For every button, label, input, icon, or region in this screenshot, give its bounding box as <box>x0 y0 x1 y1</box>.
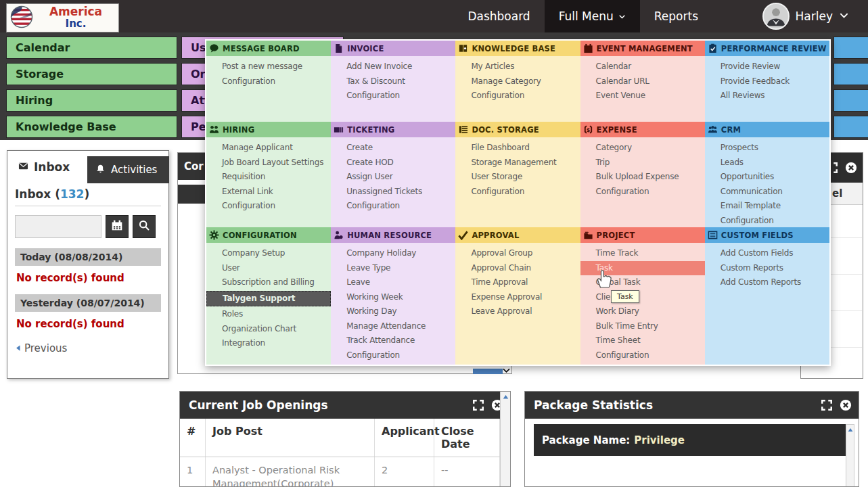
menu-item-approval-group[interactable]: Approval Group <box>455 246 580 261</box>
nav-item-full-menu[interactable]: Full Menu <box>545 0 640 32</box>
menu-item-calendar-url[interactable]: Calendar URL <box>580 74 705 89</box>
menu-item-user[interactable]: User <box>206 261 331 276</box>
menu-item-approval-chain[interactable]: Approval Chain <box>455 261 580 276</box>
package-scrollbar[interactable] <box>846 424 854 487</box>
menu-item-file-dashboard[interactable]: File Dashboard <box>455 141 580 156</box>
menu-item-working-week[interactable]: Working Week <box>331 290 455 305</box>
menu-item-work-diary[interactable]: Work Diary <box>580 304 705 319</box>
menu-item-create[interactable]: Create <box>331 141 455 156</box>
menu-item-leave-approval[interactable]: Leave Approval <box>455 304 580 319</box>
launch-button-blue-3[interactable] <box>833 116 868 138</box>
launch-button-hiring[interactable]: Hiring <box>6 89 177 112</box>
menu-item-time-sheet[interactable]: Time Sheet <box>580 333 705 348</box>
menu-item-track-attendance[interactable]: Track Attendance <box>331 333 455 348</box>
menu-item-user-storage[interactable]: User Storage <box>455 170 580 185</box>
menu-item-company-setup[interactable]: Company Setup <box>206 246 331 261</box>
menu-item-custom-reports[interactable]: Custom Reports <box>705 261 829 276</box>
close-icon[interactable] <box>844 160 859 175</box>
menu-item-subscription-and-billing[interactable]: Subscription and Billing <box>206 275 331 290</box>
globe-logo-icon <box>10 5 33 31</box>
menu-item-configuration[interactable]: Configuration <box>580 348 705 363</box>
menu-item-my-articles[interactable]: My Articles <box>455 60 580 74</box>
menu-item-leave-type[interactable]: Leave Type <box>331 261 455 276</box>
menu-item-trip[interactable]: Trip <box>580 156 705 170</box>
menu-item-provide-feedback[interactable]: Provide Feedback <box>705 74 829 89</box>
menu-item-job-board-layout-settings[interactable]: Job Board Layout Settings <box>206 156 331 170</box>
menu-item-communication[interactable]: Communication <box>705 185 829 200</box>
menu-item-provide-review[interactable]: Provide Review <box>705 60 829 74</box>
menu-item-bulk-time-entry[interactable]: Bulk Time Entry <box>580 319 705 334</box>
menu-item-post-a-new-message[interactable]: Post a new message <box>206 60 331 74</box>
menu-section-header: APPROVAL <box>455 227 580 243</box>
menu-item-global-task[interactable]: Global Task <box>580 275 705 290</box>
menu-item-roles[interactable]: Roles <box>206 307 331 322</box>
menu-item-time-track[interactable]: Time Track <box>580 246 705 261</box>
menu-item-leave[interactable]: Leave <box>331 275 455 290</box>
menu-item-configuration[interactable]: Configuration <box>206 74 331 89</box>
company-logo[interactable]: America Inc. <box>6 3 119 32</box>
expand-icon[interactable] <box>471 398 486 413</box>
menu-section-header: PROJECT <box>580 227 705 243</box>
launch-button-blue-2[interactable] <box>833 89 868 112</box>
chevron-down-icon[interactable] <box>502 365 511 377</box>
nav-item-reports[interactable]: Reports <box>640 0 712 32</box>
horizontal-scroll-thumb[interactable] <box>473 369 503 374</box>
nav-item-dashboard[interactable]: Dashboard <box>453 0 544 32</box>
menu-item-prospects[interactable]: Prospects <box>705 141 829 156</box>
search-button[interactable] <box>133 215 156 238</box>
menu-item-storage-management[interactable]: Storage Management <box>455 156 580 170</box>
menu-item-clients[interactable]: Clients <box>580 290 705 305</box>
menu-item-configuration[interactable]: Configuration <box>455 89 580 103</box>
launch-button-blue-0[interactable] <box>833 37 868 59</box>
menu-item-configuration[interactable]: Configuration <box>705 214 829 228</box>
menu-item-expense-approval[interactable]: Expense Approval <box>455 290 580 305</box>
menu-item-manage-attendance[interactable]: Manage Attendance <box>331 319 455 334</box>
launch-button-storage[interactable]: Storage <box>6 63 177 85</box>
menu-item-configuration[interactable]: Configuration <box>331 199 455 214</box>
launch-button-knowledge-base[interactable]: Knowledge Base <box>6 116 177 138</box>
menu-item-configuration[interactable]: Configuration <box>331 89 455 103</box>
menu-item-category[interactable]: Category <box>580 141 705 156</box>
launch-button-blue-1[interactable] <box>833 63 868 85</box>
menu-item-tax-discount[interactable]: Tax & Discount <box>331 74 455 89</box>
menu-item-calendar[interactable]: Calendar <box>580 60 705 74</box>
inbox-search-input[interactable] <box>15 215 101 238</box>
menu-item-time-approval[interactable]: Time Approval <box>455 275 580 290</box>
menu-item-organization-chart[interactable]: Organization Chart <box>206 322 331 337</box>
menu-item-company-holiday[interactable]: Company Holiday <box>331 246 455 261</box>
menu-item-requisition[interactable]: Requisition <box>206 170 331 185</box>
launch-button-calendar[interactable]: Calendar <box>6 37 177 59</box>
menu-item-configuration[interactable]: Configuration <box>206 199 331 214</box>
menu-item-configuration[interactable]: Configuration <box>331 348 455 363</box>
menu-item-add-custom-reports[interactable]: Add Custom Reports <box>705 275 829 290</box>
jobs-scrollbar[interactable] <box>500 392 510 486</box>
menu-item-task[interactable]: Task <box>580 261 705 276</box>
menu-item-manage-applicant[interactable]: Manage Applicant <box>206 141 331 156</box>
menu-item-all-reviews[interactable]: All Reviews <box>705 89 829 103</box>
menu-item-assign-user[interactable]: Assign User <box>331 170 455 185</box>
package-name-bar: Package Name: Privilege <box>534 424 848 456</box>
menu-item-leads[interactable]: Leads <box>705 156 829 170</box>
previous-link[interactable]: Previous <box>15 342 161 354</box>
expand-icon[interactable] <box>819 398 834 413</box>
tab-inbox[interactable]: Inbox <box>7 151 87 183</box>
user-menu[interactable]: Harley <box>762 0 849 32</box>
menu-item-configuration[interactable]: Configuration <box>455 185 580 200</box>
menu-item-opportunities[interactable]: Opportunities <box>705 170 829 185</box>
close-icon[interactable] <box>838 398 853 413</box>
tab-activities[interactable]: Activities <box>87 156 169 183</box>
menu-item-integration[interactable]: Integration <box>206 336 331 351</box>
menu-item-external-link[interactable]: External Link <box>206 185 331 200</box>
menu-item-create-hod[interactable]: Create HOD <box>331 156 455 170</box>
menu-item-talygen-support[interactable]: Talygen Support <box>206 291 331 307</box>
menu-item-configuration[interactable]: Configuration <box>580 185 705 200</box>
menu-item-bulk-upload-expense[interactable]: Bulk Upload Expense <box>580 170 705 185</box>
menu-item-add-custom-fields[interactable]: Add Custom Fields <box>705 246 829 261</box>
menu-item-manage-category[interactable]: Manage Category <box>455 74 580 89</box>
menu-item-working-day[interactable]: Working Day <box>331 304 455 319</box>
calendar-button[interactable] <box>106 215 129 238</box>
menu-item-event-venue[interactable]: Event Venue <box>580 89 705 103</box>
menu-item-email-template[interactable]: Email Template <box>705 199 829 214</box>
menu-item-add-new-invoice[interactable]: Add New Invoice <box>331 60 455 74</box>
menu-item-unassigned-tickets[interactable]: Unassigned Tickets <box>331 185 455 200</box>
